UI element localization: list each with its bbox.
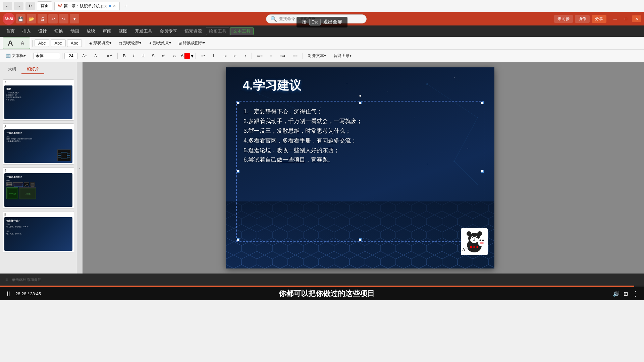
font-style-large-A[interactable]: A — [5, 39, 16, 48]
tab-slides[interactable]: 幻灯片 — [21, 65, 44, 74]
slide-content-box[interactable]: 1.一定要静得下心，沉得住气； 2.多跟着我动手，千万别一看就会，一写就废； 3… — [236, 101, 484, 242]
font-color-selector[interactable]: A ▾ — [181, 53, 194, 59]
font-size-up[interactable]: A↑ — [79, 52, 90, 60]
esc-key[interactable]: Esc — [309, 19, 321, 25]
text-align-btn[interactable]: 对齐文本▾ — [305, 52, 329, 60]
handle-bm[interactable] — [359, 238, 362, 241]
text-box-btn[interactable]: 🔤 文本框▾ — [3, 52, 29, 60]
bullet-6-underline: 做一些项目 — [277, 157, 305, 163]
handle-tl[interactable] — [237, 102, 239, 104]
menu-view[interactable]: 视图 — [115, 27, 131, 36]
menu-draw-tool[interactable]: 绘图工具 — [206, 27, 229, 35]
shape-effect-btn[interactable]: ✦ 形状效果▾ — [146, 39, 174, 47]
menu-dev[interactable]: 开发工具 — [131, 27, 156, 36]
titlebar-undo[interactable]: ↩ — [48, 14, 58, 23]
tab-outline[interactable]: 大纲 — [3, 65, 21, 74]
browser-back[interactable]: ← — [3, 2, 12, 10]
panel-toggle[interactable]: ‹ — [77, 62, 83, 274]
handle-mr[interactable] — [481, 170, 484, 173]
font-color-box[interactable] — [184, 53, 190, 59]
slide-icon: ≡ — [5, 277, 8, 282]
sync-btn[interactable]: 未同步 — [554, 15, 573, 23]
decrease-level-btn[interactable]: ⇤ — [231, 52, 240, 60]
slide-canvas[interactable]: 4.学习建议 1.一定要静得下心，沉得住气； 2.多跟着我动手，千万别一看就会，… — [226, 67, 494, 268]
align-left-btn[interactable]: ⬅≡ — [254, 52, 266, 60]
abc-btn-2[interactable]: Abc — [51, 39, 65, 47]
time-separator: / — [28, 291, 29, 296]
menu-text-tool[interactable]: 文本工具 — [230, 27, 254, 35]
menu-insert[interactable]: 插入 — [19, 27, 34, 36]
menu-design[interactable]: 设计 — [35, 27, 50, 36]
more-options-btn[interactable]: ⋮ — [632, 290, 639, 298]
menu-member[interactable]: 会员专享 — [156, 27, 180, 36]
handle-bl[interactable] — [237, 238, 239, 241]
svg-text:开发板: 开发板 — [25, 193, 31, 195]
align-right-btn[interactable]: ≡➡ — [277, 52, 288, 60]
titlebar-save[interactable]: 💾 — [16, 14, 25, 23]
slide-thumb-4[interactable]: 4 什么是单片机? 外观: — [3, 167, 74, 208]
font-style-medium-A[interactable]: A — [17, 39, 28, 48]
win-maximize[interactable]: □ — [621, 15, 631, 22]
menu-review[interactable]: 审阅 — [99, 27, 115, 36]
browser-refresh[interactable]: ↻ — [25, 2, 35, 10]
menu-home[interactable]: 首页 — [3, 27, 18, 36]
titlebar-more-undo[interactable]: ▾ — [70, 14, 79, 23]
strikethrough-btn[interactable]: S — [149, 52, 158, 60]
slide-thumb-2[interactable]: 2 摘要 1.什么是单片机?2.他能做什么?3.新手常见问题解答。4.学习建议。 — [3, 79, 74, 121]
handle-tm[interactable] — [359, 102, 362, 104]
handle-rotate[interactable] — [359, 95, 361, 97]
win-minimize[interactable]: — — [610, 15, 620, 22]
browser-add-tab[interactable]: + — [122, 2, 130, 10]
subscript-btn[interactable]: x₂ — [170, 52, 179, 60]
browser-tab-doc[interactable]: W 第一章：认识单片机.ppt ✕ — [54, 2, 120, 10]
abc-btn-3[interactable]: Abc — [67, 39, 82, 47]
numbering-btn[interactable]: 1. — [209, 52, 219, 60]
notes-hint[interactable]: 单击此处添加备注 — [12, 277, 41, 282]
convert-img-btn[interactable]: ⊞ 转换成图示▾ — [175, 39, 208, 47]
circuit-diagram — [57, 149, 71, 161]
handle-tr[interactable] — [481, 102, 484, 104]
font-size-down[interactable]: A↓ — [91, 52, 102, 60]
titlebar-redo[interactable]: ↪ — [59, 14, 68, 23]
browser-tab-home[interactable]: 首页 — [37, 1, 52, 10]
time-total: 28:45 — [30, 291, 41, 296]
increase-level-btn[interactable]: ⇥ — [220, 52, 229, 60]
fullscreen-toggle-btn[interactable]: ⊞ — [624, 291, 628, 297]
share-btn[interactable]: 分享 — [592, 15, 606, 23]
play-pause-btn[interactable]: ⏸ — [5, 290, 11, 297]
bullets-btn[interactable]: ≡• — [198, 52, 208, 60]
titlebar-open[interactable]: 📂 — [27, 14, 36, 23]
win-close[interactable]: ✕ — [632, 15, 641, 22]
handle-ml[interactable] — [237, 170, 239, 173]
titlebar-print[interactable]: 🖨 — [38, 14, 47, 23]
fullscreen-overlay[interactable]: 按 Esc 退出全屏 — [297, 17, 347, 27]
svg-rect-12 — [31, 183, 34, 187]
italic-btn[interactable]: I — [130, 52, 137, 60]
abc-btn-1[interactable]: Abc — [35, 39, 49, 47]
line-spacing-btn[interactable]: ↕ — [241, 52, 250, 60]
press-text: 按 — [302, 19, 307, 25]
justify-btn[interactable]: ≡≡ — [290, 52, 301, 60]
shape-fill-btn[interactable]: ◈ 形状填充▾ — [86, 39, 114, 47]
slide-thumb-3[interactable]: 3 什么是单片机? 定义:全称（Single-Chip Microcompute… — [3, 123, 74, 165]
clear-format-btn[interactable]: ✕A — [103, 52, 115, 60]
browser-tab-close[interactable]: ✕ — [113, 4, 116, 8]
collab-btn[interactable]: 协作 — [575, 15, 590, 23]
volume-btn[interactable]: 🔊 — [613, 291, 620, 297]
align-center-btn[interactable]: ≡ — [267, 52, 275, 60]
superscript-btn[interactable]: x² — [159, 52, 168, 60]
underline-btn[interactable]: U — [139, 52, 148, 60]
menu-transition[interactable]: 切换 — [51, 27, 66, 36]
menu-slideshow[interactable]: 放映 — [83, 27, 99, 36]
shape-outline-btn[interactable]: ◻ 形状轮廓▾ — [116, 39, 144, 47]
menu-animation[interactable]: 动画 — [67, 27, 83, 36]
font-name-input[interactable] — [33, 53, 60, 59]
menu-daoke[interactable]: 稻壳资源 — [181, 27, 205, 36]
progress-bar-container[interactable] — [0, 286, 644, 287]
bold-btn[interactable]: B — [120, 52, 129, 60]
browser-forward[interactable]: → — [14, 2, 23, 10]
slide-2-title: 摘要 — [6, 87, 70, 91]
slide-thumb-5[interactable]: 5 他能做什么? 功能:输入输出、串行通信、ADC等...常见:电子产品、控制系… — [3, 211, 74, 252]
font-size-input[interactable] — [64, 53, 78, 59]
smart-shape-btn[interactable]: 智能图形▾ — [330, 52, 355, 60]
